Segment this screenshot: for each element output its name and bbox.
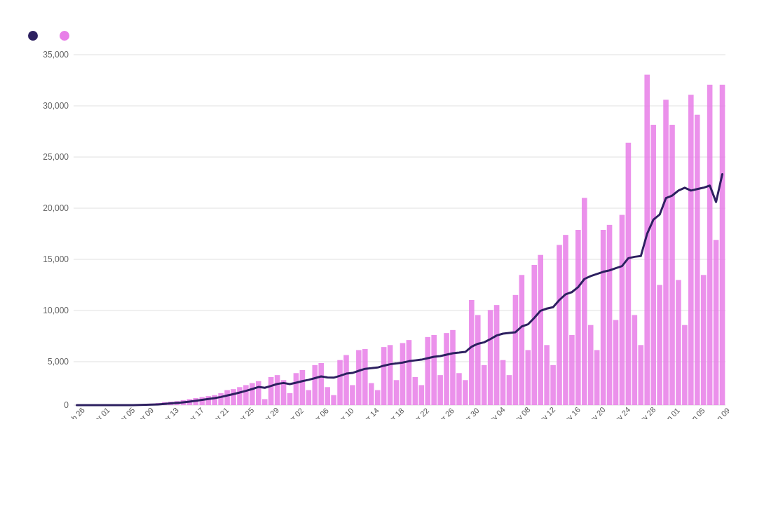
svg-rect-41: [231, 389, 236, 405]
svg-text:Mar 05: Mar 05: [114, 406, 137, 419]
svg-rect-102: [613, 320, 619, 405]
svg-text:35,000: 35,000: [43, 50, 69, 60]
svg-text:Mar 21: Mar 21: [207, 406, 231, 419]
svg-rect-115: [695, 115, 700, 405]
svg-rect-57: [331, 395, 336, 405]
svg-rect-89: [531, 265, 537, 405]
svg-rect-90: [538, 255, 543, 405]
svg-text:May 20: May 20: [583, 405, 607, 419]
chart-svg: 35,000 30,000 25,000 20,000 15,000 10,00…: [28, 48, 729, 419]
svg-rect-75: [444, 333, 449, 405]
svg-text:May 12: May 12: [533, 405, 557, 419]
svg-rect-65: [381, 347, 387, 405]
chart-area: 35,000 30,000 25,000 20,000 15,000 10,00…: [28, 48, 729, 419]
svg-rect-100: [601, 230, 606, 405]
svg-rect-58: [337, 360, 343, 405]
svg-rect-44: [250, 383, 255, 405]
svg-text:10,000: 10,000: [43, 306, 69, 315]
legend-dot-rolling: [28, 31, 38, 41]
svg-rect-48: [275, 375, 280, 405]
svg-rect-79: [469, 300, 475, 405]
svg-rect-94: [563, 235, 568, 405]
svg-rect-96: [575, 230, 581, 405]
svg-rect-80: [475, 315, 481, 405]
svg-rect-74: [437, 375, 443, 405]
svg-rect-91: [544, 345, 550, 405]
svg-text:May 04: May 04: [483, 405, 507, 419]
svg-text:Mar 25: Mar 25: [233, 406, 256, 419]
svg-rect-47: [268, 377, 274, 405]
svg-text:May 28: May 28: [633, 405, 657, 419]
legend-dot-daily: [60, 31, 69, 41]
svg-rect-46: [262, 399, 268, 405]
legend-rolling-avg: [28, 31, 43, 41]
svg-rect-82: [488, 310, 493, 405]
svg-rect-37: [205, 396, 211, 405]
svg-text:Jun 09: Jun 09: [709, 406, 729, 419]
svg-rect-95: [569, 335, 575, 405]
svg-rect-108: [650, 125, 656, 405]
svg-text:15,000: 15,000: [43, 254, 69, 264]
svg-rect-101: [607, 225, 613, 405]
svg-rect-116: [701, 275, 707, 405]
svg-rect-77: [456, 373, 462, 405]
svg-rect-59: [343, 355, 349, 405]
svg-text:Apr 26: Apr 26: [434, 406, 456, 419]
svg-rect-117: [707, 85, 713, 405]
svg-rect-64: [375, 390, 381, 405]
svg-rect-51: [294, 373, 299, 405]
svg-rect-81: [482, 365, 487, 405]
svg-rect-106: [638, 345, 643, 405]
svg-rect-86: [513, 295, 519, 405]
svg-rect-109: [657, 285, 662, 405]
legend: [28, 31, 729, 41]
svg-text:5,000: 5,000: [48, 357, 69, 367]
svg-rect-66: [388, 345, 393, 405]
svg-text:Mar 13: Mar 13: [157, 406, 180, 419]
svg-rect-38: [212, 395, 217, 405]
svg-rect-111: [669, 125, 675, 405]
svg-rect-67: [394, 380, 400, 405]
svg-rect-84: [500, 360, 506, 405]
svg-text:May 16: May 16: [558, 405, 582, 419]
svg-rect-52: [300, 370, 306, 405]
svg-rect-83: [494, 305, 500, 405]
svg-rect-69: [407, 340, 412, 405]
svg-text:Mar 09: Mar 09: [132, 406, 156, 419]
svg-text:Apr 10: Apr 10: [333, 406, 355, 419]
svg-rect-62: [362, 349, 368, 405]
svg-rect-85: [507, 375, 512, 405]
svg-text:May 08: May 08: [508, 405, 532, 419]
svg-rect-71: [418, 385, 424, 405]
svg-text:Jun 01: Jun 01: [659, 406, 681, 419]
svg-rect-45: [256, 381, 261, 405]
svg-text:May 24: May 24: [608, 405, 632, 419]
svg-rect-68: [400, 343, 406, 405]
svg-rect-98: [588, 325, 594, 405]
svg-text:Jun 05: Jun 05: [684, 406, 707, 419]
svg-rect-104: [626, 143, 632, 405]
svg-rect-78: [463, 380, 468, 405]
svg-text:0: 0: [64, 400, 69, 410]
svg-rect-114: [688, 95, 694, 405]
svg-rect-63: [369, 383, 374, 405]
svg-rect-39: [218, 393, 224, 405]
svg-rect-112: [676, 280, 681, 405]
svg-rect-99: [594, 350, 600, 405]
svg-rect-61: [356, 350, 362, 405]
svg-rect-72: [425, 337, 430, 405]
svg-rect-55: [318, 363, 324, 405]
svg-rect-105: [632, 315, 638, 405]
svg-rect-53: [306, 390, 312, 405]
svg-rect-60: [350, 385, 355, 405]
svg-text:30,000: 30,000: [43, 101, 69, 111]
svg-text:25,000: 25,000: [43, 152, 69, 162]
svg-text:Apr 02: Apr 02: [283, 406, 305, 419]
svg-rect-56: [325, 387, 330, 405]
svg-rect-40: [224, 390, 230, 405]
legend-daily-new: [60, 31, 74, 41]
svg-rect-93: [557, 245, 562, 405]
svg-text:Apr 22: Apr 22: [409, 406, 430, 419]
svg-rect-119: [720, 85, 725, 405]
svg-rect-118: [714, 240, 719, 405]
